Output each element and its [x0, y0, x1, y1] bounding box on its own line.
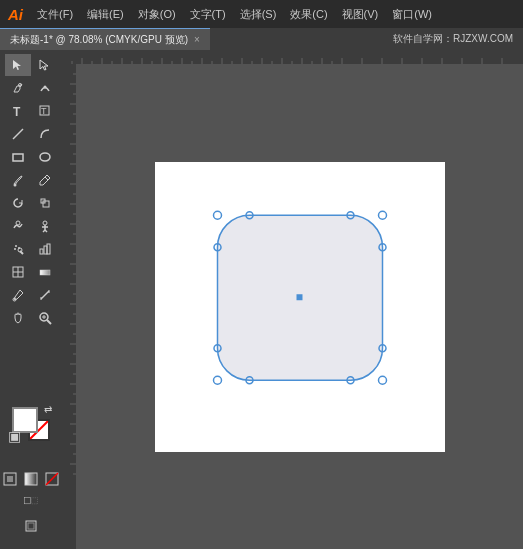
- menu-window[interactable]: 窗口(W): [386, 5, 438, 24]
- gradient-mode-button[interactable]: [21, 471, 41, 487]
- svg-line-17: [45, 230, 47, 232]
- menu-object[interactable]: 对象(O): [132, 5, 182, 24]
- selection-tool[interactable]: [5, 54, 31, 76]
- tool-row-color-mode: [0, 471, 62, 487]
- svg-point-8: [13, 184, 16, 187]
- canvas-area[interactable]: [62, 50, 523, 549]
- menu-view[interactable]: 视图(V): [336, 5, 385, 24]
- warp-tool[interactable]: [5, 215, 31, 237]
- svg-text:T: T: [41, 106, 47, 116]
- ruler-left-svg: [62, 64, 76, 549]
- menu-effect[interactable]: 效果(C): [284, 5, 333, 24]
- eyedropper-tool[interactable]: [5, 284, 31, 306]
- ruler-top: [62, 50, 523, 64]
- ruler-left: [62, 64, 76, 549]
- svg-rect-6: [13, 154, 23, 161]
- menu-type[interactable]: 文字(T): [184, 5, 232, 24]
- tool-row-symbol: [0, 238, 62, 260]
- svg-rect-22: [40, 249, 43, 254]
- hand-tool[interactable]: [5, 307, 31, 329]
- svg-point-12: [16, 221, 20, 225]
- site-label: 软件自学网：RJZXW.COM: [383, 28, 523, 50]
- title-bar: Ai 文件(F) 编辑(E) 对象(O) 文字(T) 选择(S) 效果(C) 视…: [0, 0, 523, 28]
- svg-line-30: [41, 291, 49, 299]
- svg-rect-48: [62, 50, 523, 64]
- tool-row-eyedropper: [0, 284, 62, 306]
- color-mode-button[interactable]: [0, 471, 20, 487]
- svg-rect-47: [28, 523, 34, 529]
- symbol-sprayer-tool[interactable]: [5, 238, 31, 260]
- tab-close-button[interactable]: ×: [194, 34, 200, 45]
- gradient-tool[interactable]: [32, 261, 58, 283]
- puppet-warp-tool[interactable]: [32, 215, 58, 237]
- tool-row-type: T T: [0, 100, 62, 122]
- pen-tool[interactable]: [5, 77, 31, 99]
- tool-row-line: [0, 123, 62, 145]
- svg-rect-128: [296, 294, 302, 300]
- tool-row-pen: [0, 77, 62, 99]
- svg-line-9: [45, 177, 48, 180]
- svg-rect-44: [24, 498, 30, 504]
- color-section: ⇄ ▣: [0, 403, 66, 545]
- menu-file[interactable]: 文件(F): [31, 5, 79, 24]
- ellipse-tool[interactable]: [32, 146, 58, 168]
- tool-row-screens: [0, 492, 62, 510]
- svg-rect-41: [25, 473, 37, 485]
- tool-row-artboard: [0, 515, 62, 537]
- canvas-surface[interactable]: [76, 64, 523, 549]
- scale-tool[interactable]: [32, 192, 58, 214]
- tool-row-selection: [0, 54, 62, 76]
- svg-point-132: [378, 376, 386, 384]
- curvature-tool[interactable]: [32, 77, 58, 99]
- svg-point-131: [213, 376, 221, 384]
- rounded-rect-shape[interactable]: [207, 205, 392, 390]
- menu-edit[interactable]: 编辑(E): [81, 5, 130, 24]
- tool-row-mesh: [0, 261, 62, 283]
- paintbrush-tool[interactable]: [5, 169, 31, 191]
- svg-line-34: [47, 320, 51, 324]
- svg-point-129: [213, 211, 221, 219]
- type-tool[interactable]: T: [5, 100, 31, 122]
- mesh-tool[interactable]: [5, 261, 31, 283]
- direct-selection-tool[interactable]: [32, 54, 58, 76]
- main-area: T T: [0, 50, 523, 549]
- toolbar: T T: [0, 50, 62, 549]
- svg-rect-85: [62, 64, 76, 549]
- ruler-top-svg: [62, 50, 523, 64]
- pencil-tool[interactable]: [32, 169, 58, 191]
- svg-point-13: [43, 221, 47, 225]
- shape-container[interactable]: [207, 205, 392, 390]
- active-tab[interactable]: 未标题-1* @ 78.08% (CMYK/GPU 预览) ×: [0, 28, 210, 50]
- tab-title: 未标题-1* @ 78.08% (CMYK/GPU 预览): [10, 33, 188, 47]
- svg-rect-40: [7, 476, 13, 482]
- tab-bar: 未标题-1* @ 78.08% (CMYK/GPU 预览) × 软件自学网：RJ…: [0, 28, 523, 50]
- svg-point-18: [15, 245, 17, 247]
- svg-rect-10: [43, 201, 49, 207]
- tool-row-nav: [0, 307, 62, 329]
- rotate-tool[interactable]: [5, 192, 31, 214]
- bottom-tools: [0, 471, 62, 541]
- artboard-tool-bottom[interactable]: [18, 515, 44, 537]
- tool-row-transform: [0, 192, 62, 214]
- arc-tool[interactable]: [32, 123, 58, 145]
- line-tool[interactable]: [5, 123, 31, 145]
- menu-bar: 文件(F) 编辑(E) 对象(O) 文字(T) 选择(S) 效果(C) 视图(V…: [31, 5, 438, 24]
- default-colors-icon[interactable]: ▣: [8, 429, 21, 443]
- draw-inside-button[interactable]: [10, 492, 52, 510]
- tool-row-warp: [0, 215, 62, 237]
- swap-colors-icon[interactable]: ⇄: [44, 405, 52, 415]
- menu-select[interactable]: 选择(S): [234, 5, 283, 24]
- measure-tool[interactable]: [32, 284, 58, 306]
- svg-point-20: [14, 248, 16, 250]
- tool-row-brush: [0, 169, 62, 191]
- svg-line-5: [13, 129, 23, 139]
- column-graph-tool[interactable]: [32, 238, 58, 260]
- none-mode-button[interactable]: [42, 471, 62, 487]
- svg-rect-45: [31, 498, 37, 504]
- zoom-tool[interactable]: [32, 307, 58, 329]
- ai-logo: Ai: [8, 6, 23, 23]
- svg-text:T: T: [13, 105, 21, 118]
- vertical-type-tool[interactable]: T: [32, 100, 58, 122]
- rectangle-tool[interactable]: [5, 146, 31, 168]
- svg-rect-28: [40, 270, 50, 275]
